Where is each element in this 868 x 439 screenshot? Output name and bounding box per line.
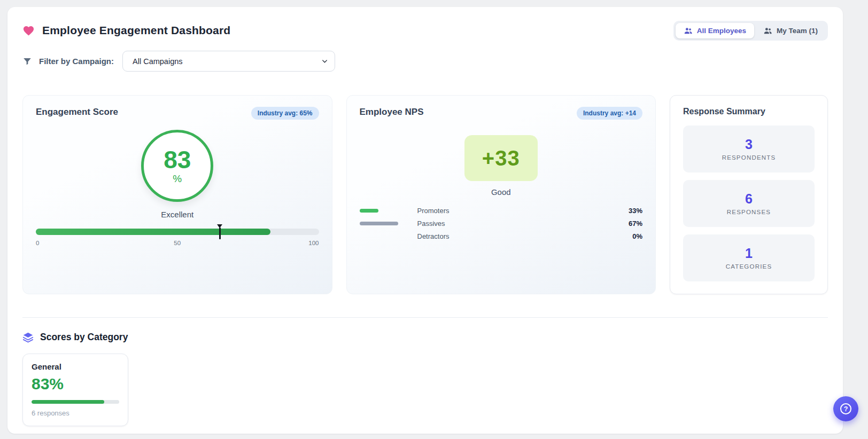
all-employees-button[interactable]: All Employees: [676, 23, 754, 38]
stat-respondents: 3 RESPONDENTS: [683, 126, 815, 173]
category-responses: 6 responses: [32, 409, 119, 417]
scale-max: 100: [308, 240, 319, 246]
engagement-progress-bar: [36, 229, 319, 235]
detractors-value: 0%: [632, 232, 642, 240]
industry-avg-marker: [217, 224, 222, 239]
respondents-value: 3: [745, 138, 753, 151]
brand: Employee Engagement Dashboard: [22, 24, 230, 37]
engagement-score-unit: %: [173, 173, 182, 185]
scores-section-title: Scores by Category: [40, 332, 128, 343]
promoters-bar: [360, 209, 379, 213]
campaign-select[interactable]: All Campaigns: [122, 51, 335, 72]
campaign-select-wrap: All Campaigns: [122, 51, 335, 72]
layers-icon: [22, 332, 34, 343]
stat-categories: 1 CATEGORIES: [683, 234, 815, 281]
legend-row-detractors: Detractors 0%: [360, 230, 643, 242]
question-mark-icon: ?: [840, 403, 851, 414]
filter-label: Filter by Campaign:: [39, 57, 114, 66]
promoters-value: 33%: [629, 207, 642, 215]
summary-stats: 3 RESPONDENTS 6 RESPONSES 1 CATEGORIES: [683, 126, 815, 281]
responses-label: RESPONSES: [727, 209, 771, 215]
passives-value: 67%: [629, 219, 642, 228]
responses-value: 6: [745, 192, 753, 206]
nps-rating: Good: [360, 187, 643, 197]
passives-bar: [360, 222, 398, 225]
dashboard-panel: Employee Engagement Dashboard All Employ…: [7, 7, 843, 434]
my-team-button[interactable]: My Team (1): [755, 23, 826, 38]
kpi-cards-row: Engagement Score Industry avg: 65% 83 % …: [22, 95, 828, 294]
engagement-score-card: Engagement Score Industry avg: 65% 83 % …: [22, 95, 332, 294]
engagement-card-title: Engagement Score: [36, 107, 118, 117]
view-toggle-group: All Employees My Team (1): [673, 21, 828, 41]
industry-avg-badge: Industry avg: 65%: [251, 107, 319, 120]
category-progress-fill: [32, 400, 104, 404]
category-name: General: [32, 362, 119, 371]
engagement-gauge: 83 %: [141, 130, 213, 202]
engagement-progress-fill: [36, 229, 270, 235]
legend-row-passives: Passives 67%: [360, 217, 643, 230]
nps-score-value: +33: [482, 146, 520, 170]
response-summary-card: Response Summary 3 RESPONDENTS 6 RESPONS…: [670, 95, 828, 294]
stat-responses: 6 RESPONSES: [683, 180, 815, 227]
scale-min: 0: [36, 240, 39, 246]
engagement-score-value: 83: [164, 147, 191, 172]
engagement-rating: Excellent: [161, 210, 193, 219]
promoters-label: Promoters: [417, 207, 449, 215]
nps-score-box: +33: [464, 135, 538, 181]
employee-nps-card: Employee NPS Industry avg: +14 +33 Good …: [346, 95, 656, 294]
page-title: Employee Engagement Dashboard: [42, 24, 230, 37]
section-divider: [22, 317, 828, 318]
category-score: 83%: [32, 375, 119, 393]
scores-section-header: Scores by Category: [22, 330, 828, 344]
category-card-general: General 83% 6 responses: [22, 354, 128, 426]
category-progress-bar: [32, 400, 119, 404]
summary-card-title: Response Summary: [683, 107, 765, 116]
users-icon: [684, 26, 693, 35]
categories-value: 1: [745, 247, 753, 260]
nps-legend: Promoters 33% Passives 67% Detractors 0%: [360, 204, 643, 242]
detractors-label: Detractors: [417, 232, 449, 240]
scale-mid: 50: [174, 240, 181, 246]
passives-label: Passives: [417, 219, 445, 228]
users-icon: [763, 26, 772, 35]
filter-row: Filter by Campaign: All Campaigns: [22, 51, 828, 72]
filter-icon: [22, 57, 32, 66]
respondents-label: RESPONDENTS: [722, 154, 776, 161]
all-employees-label: All Employees: [697, 27, 746, 35]
categories-label: CATEGORIES: [726, 263, 772, 270]
nps-card-title: Employee NPS: [360, 107, 424, 117]
heart-icon: [22, 25, 35, 37]
help-button[interactable]: ?: [833, 396, 858, 421]
header: Employee Engagement Dashboard All Employ…: [22, 7, 828, 41]
industry-avg-badge: Industry avg: +14: [577, 107, 642, 120]
my-team-label: My Team (1): [777, 27, 818, 35]
scale-labels: 0 50 100: [36, 240, 319, 246]
legend-row-promoters: Promoters 33%: [360, 204, 643, 217]
